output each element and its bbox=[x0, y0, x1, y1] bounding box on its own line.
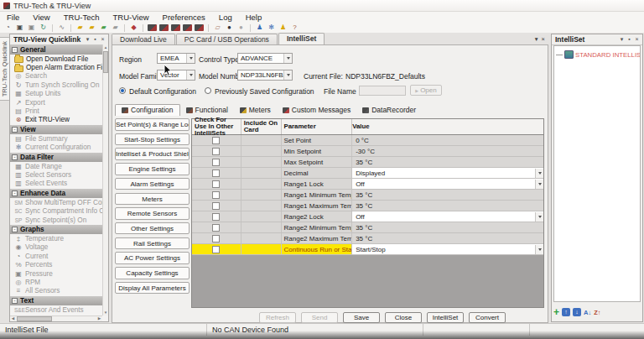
sidebar-section-view[interactable]: -View bbox=[10, 125, 102, 134]
close-icon[interactable]: × bbox=[542, 34, 545, 44]
chevron-down-icon[interactable] bbox=[283, 70, 292, 80]
folder-green-icon[interactable]: ▰ bbox=[99, 23, 108, 32]
value-cell[interactable]: Start/Stop bbox=[352, 244, 543, 254]
disc-icon[interactable]: ● bbox=[236, 23, 246, 32]
add-icon[interactable]: + bbox=[553, 307, 559, 317]
use-in-other-intellisets-checkbox[interactable] bbox=[212, 170, 220, 177]
sort-az-icon[interactable]: A↓ bbox=[584, 309, 591, 316]
category-button-capacity-settings[interactable]: Capacity Settings bbox=[115, 267, 190, 279]
help-icon[interactable]: ? bbox=[290, 23, 299, 32]
truck-icon-1[interactable] bbox=[148, 24, 157, 31]
open-folder2-icon[interactable]: ▰ bbox=[87, 23, 96, 32]
chevron-down-icon[interactable]: ▾ bbox=[618, 35, 626, 44]
chevron-down-icon[interactable] bbox=[186, 54, 195, 63]
use-in-other-intellisets-checkbox[interactable] bbox=[212, 159, 220, 166]
category-button-intelliset-product-shield[interactable]: Intelliset & Product Shield bbox=[115, 148, 190, 160]
menu-item-view[interactable]: View bbox=[26, 12, 56, 23]
gauge-icon[interactable]: ◔ bbox=[3, 23, 13, 32]
category-button-alarm-settings[interactable]: Alarm Settings bbox=[115, 178, 190, 190]
sidebar-section-text[interactable]: -Text bbox=[10, 296, 102, 305]
save-button[interactable]: Save bbox=[343, 312, 380, 323]
pin-icon[interactable]: ▪ bbox=[626, 35, 633, 44]
scrollbar-thumb[interactable] bbox=[17, 316, 52, 321]
scroll-up-icon[interactable]: ▲ bbox=[103, 44, 108, 50]
use-in-other-intellisets-checkbox[interactable] bbox=[212, 180, 220, 188]
camera-icon[interactable]: ● bbox=[225, 23, 234, 32]
folder-gray-icon[interactable]: ▰ bbox=[111, 23, 120, 32]
category-button-start-stop-settings[interactable]: Start-Stop Settings bbox=[115, 133, 190, 146]
category-button-other-settings[interactable]: Other Settings bbox=[115, 222, 190, 235]
chevron-down-icon[interactable] bbox=[535, 245, 543, 254]
truck-icon-4[interactable] bbox=[183, 24, 192, 31]
close-icon[interactable]: × bbox=[633, 35, 641, 44]
truck-icon-5[interactable] bbox=[195, 24, 204, 31]
scrollbar-thumb[interactable] bbox=[103, 51, 108, 73]
pin-icon[interactable]: ▪ bbox=[91, 35, 99, 44]
tree-item-standard-intelliset[interactable]: STANDARD INTELLISET bbox=[556, 50, 640, 59]
close-icon[interactable]: × bbox=[99, 35, 106, 44]
subtab-datarecorder[interactable]: DataRecorder bbox=[356, 105, 422, 116]
sidebar-horizontal-scrollbar[interactable]: ◀ ▶ bbox=[10, 316, 102, 321]
sidebar-item-open-download-file[interactable]: Open Download File bbox=[10, 55, 102, 63]
menu-item-preferences[interactable]: Preferences bbox=[156, 12, 212, 23]
collapse-icon[interactable]: - bbox=[12, 154, 18, 160]
user-blue-icon[interactable]: ♟ bbox=[255, 23, 264, 32]
subtab-configuration[interactable]: Configuration bbox=[115, 104, 180, 116]
intelliset-button[interactable]: IntelliSet bbox=[427, 312, 464, 323]
chevron-down-icon[interactable]: ▾ bbox=[535, 34, 538, 44]
connect-icon[interactable]: ∿ bbox=[57, 23, 66, 32]
control-type-select[interactable]: ADVANCE bbox=[237, 53, 293, 64]
sidebar-section-data-filter[interactable]: -Data Filter bbox=[10, 153, 102, 162]
value-cell[interactable]: Displayed bbox=[352, 168, 543, 178]
value-cell[interactable]: Off bbox=[352, 179, 543, 189]
collapse-icon[interactable]: - bbox=[12, 190, 18, 196]
shield-icon[interactable]: ◆ bbox=[129, 23, 138, 32]
model-family-select[interactable]: Vector bbox=[157, 70, 195, 81]
tab-download-live[interactable]: Download Live bbox=[112, 34, 175, 44]
use-in-other-intellisets-checkbox[interactable] bbox=[212, 137, 220, 144]
scroll-left-icon[interactable]: ◀ bbox=[10, 316, 16, 321]
category-button-rail-settings[interactable]: Rail Settings bbox=[115, 237, 190, 250]
refresh-icon[interactable]: ↻ bbox=[39, 23, 48, 32]
file-name-input[interactable] bbox=[359, 86, 406, 96]
model-number-select[interactable]: NDP33LN6FBZ bbox=[237, 70, 293, 81]
use-in-other-intellisets-checkbox[interactable] bbox=[212, 224, 220, 232]
use-in-other-intellisets-checkbox[interactable] bbox=[212, 191, 220, 199]
category-button-display-all-parameters[interactable]: Display All Parameters bbox=[115, 282, 190, 295]
sidebar-section-general[interactable]: -General bbox=[10, 45, 102, 55]
menu-item-tru-tech[interactable]: TRU-Tech bbox=[57, 12, 106, 23]
use-in-other-intellisets-checkbox[interactable] bbox=[212, 246, 220, 253]
collapse-icon[interactable]: - bbox=[12, 298, 18, 304]
subtab-custom-messages[interactable]: Custom Messages bbox=[277, 105, 356, 116]
monitor-alt-icon[interactable]: ▣ bbox=[27, 23, 36, 32]
collapse-icon[interactable]: - bbox=[12, 227, 18, 232]
chevron-down-icon[interactable] bbox=[283, 54, 292, 63]
subtab-meters[interactable]: Meters bbox=[234, 105, 277, 116]
collapse-icon[interactable]: - bbox=[12, 127, 18, 133]
eraser-icon[interactable]: ▱ bbox=[213, 23, 222, 32]
close-button[interactable]: Close bbox=[385, 312, 422, 323]
chevron-down-icon[interactable] bbox=[535, 169, 543, 178]
move-down-icon[interactable]: ↓ bbox=[573, 308, 581, 316]
sidebar-item-open-alarm-extraction-file-za[interactable]: Open Alarm Extraction File(ZA bbox=[10, 63, 102, 71]
default-configuration-radio[interactable] bbox=[119, 87, 126, 94]
scroll-down-icon[interactable]: ▼ bbox=[103, 310, 108, 316]
sidebar-section-graphs[interactable]: -Graphs bbox=[10, 225, 102, 234]
previously-saved-configuration-radio[interactable] bbox=[205, 87, 211, 94]
convert-button[interactable]: Convert bbox=[469, 312, 506, 323]
use-in-other-intellisets-checkbox[interactable] bbox=[212, 235, 220, 243]
sidebar-vertical-scrollbar[interactable]: ▲ ▼ bbox=[102, 44, 108, 316]
use-in-other-intellisets-checkbox[interactable] bbox=[212, 148, 220, 155]
chevron-down-icon[interactable] bbox=[535, 212, 543, 222]
menu-item-file[interactable]: File bbox=[0, 12, 26, 23]
use-in-other-intellisets-checkbox[interactable] bbox=[212, 213, 220, 221]
open-folder-icon[interactable]: ▰ bbox=[75, 23, 85, 32]
settings-icon[interactable]: ✻ bbox=[267, 23, 276, 32]
chevron-down-icon[interactable] bbox=[535, 180, 543, 189]
truck-icon-3[interactable] bbox=[171, 24, 180, 31]
scroll-right-icon[interactable]: ▶ bbox=[96, 316, 102, 321]
chevron-down-icon[interactable]: ▾ bbox=[84, 35, 91, 44]
sidebar-item-exit-tru-view[interactable]: ⊗Exit TRU-View bbox=[10, 116, 102, 124]
menu-item-help[interactable]: Help bbox=[239, 12, 269, 23]
menu-item-tru-view[interactable]: TRU-View bbox=[106, 12, 156, 23]
